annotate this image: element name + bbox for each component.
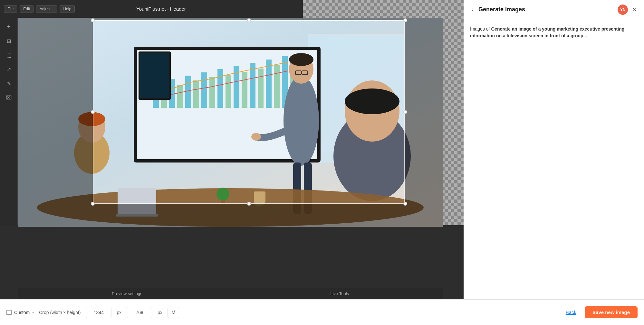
file-menu-button[interactable]: File [4, 5, 17, 13]
preview-settings-label: Preview settings [112, 291, 142, 296]
panel-back-button[interactable]: ‹ [470, 5, 475, 14]
crop-preset-checkbox[interactable] [6, 310, 12, 315]
crop-preset-text: Custom [14, 310, 30, 315]
dropdown-arrow-icon[interactable]: ▾ [32, 311, 34, 314]
right-panel-header: ‹ Generate images YN × [464, 0, 644, 19]
back-button[interactable]: Back [562, 310, 580, 315]
bottom-toolbar: Custom ▾ Crop (width x height) px px ↺ B… [0, 299, 644, 325]
width-px-label: px [117, 310, 121, 315]
crop-handle-top-left[interactable] [91, 18, 95, 22]
crop-handle-top-mid[interactable] [247, 18, 251, 22]
page-title: YouniPlus.net - Header [16, 6, 306, 12]
svg-rect-9 [177, 85, 183, 108]
crop-dimension-label: Crop (width x height) [39, 310, 81, 315]
bottom-label-area: Preview settings Live Tools [18, 288, 443, 299]
svg-rect-15 [226, 75, 231, 108]
svg-point-32 [251, 133, 261, 141]
reset-crop-button[interactable]: ↺ [168, 307, 179, 318]
svg-rect-17 [242, 72, 247, 108]
crop-handle-mid-right[interactable] [403, 110, 407, 114]
overlay-left [18, 20, 93, 204]
height-px-label: px [158, 310, 162, 315]
svg-rect-45 [254, 191, 265, 203]
overlay-bottom [18, 204, 443, 227]
layers-icon[interactable]: ⬚ [3, 49, 14, 61]
crop-preset-container: Custom ▾ [6, 310, 34, 315]
crop-width-input[interactable] [86, 307, 111, 318]
live-tools-label: Live Tools [330, 291, 349, 296]
grid-icon[interactable]: ⊞ [3, 35, 14, 47]
right-panel-body: Images of Generate an image of a young m… [464, 19, 644, 325]
edit-icon[interactable]: ✎ [3, 78, 14, 89]
svg-point-26 [284, 76, 319, 166]
panel-close-button[interactable]: × [631, 5, 638, 14]
svg-rect-20 [266, 60, 272, 108]
svg-point-47 [216, 188, 229, 200]
svg-rect-13 [209, 77, 215, 108]
add-icon[interactable]: + [3, 21, 14, 32]
save-new-image-button[interactable]: Save new image [585, 306, 638, 318]
right-panel: ‹ Generate images YN × Images of Generat… [464, 0, 644, 325]
svg-rect-11 [193, 80, 199, 108]
panel-description: Images of Generate an image of a young m… [470, 26, 638, 39]
page-title-bar: YouniPlus.net - Header [16, 0, 306, 18]
svg-rect-14 [217, 69, 223, 108]
crop-handle-bottom-right[interactable] [403, 202, 407, 206]
top-toolbar: File Edit Adjust... Help YouniPlus.net -… [0, 0, 303, 18]
crop-handle-mid-left[interactable] [91, 110, 95, 114]
panel-title: Generate images [478, 6, 618, 13]
overlay-right [405, 20, 443, 204]
left-sidebar: + ⊞ ⬚ ↗ ✎ ⌧ [0, 18, 18, 225]
reset-icon: ↺ [171, 309, 176, 315]
crop-height-input[interactable] [127, 307, 152, 318]
crop-handle-bottom-left[interactable] [91, 202, 95, 206]
move-icon[interactable]: ↗ [3, 63, 14, 75]
svg-point-40 [345, 88, 399, 114]
svg-rect-10 [185, 76, 191, 108]
svg-rect-2 [308, 34, 404, 35]
overlay-top [18, 18, 443, 20]
svg-rect-21 [274, 65, 280, 108]
svg-rect-19 [258, 69, 264, 108]
svg-point-31 [289, 53, 313, 66]
crop-handle-bottom-mid[interactable] [247, 202, 251, 206]
svg-rect-25 [140, 53, 169, 98]
crop-tool-icon[interactable]: ⌧ [3, 92, 14, 103]
svg-rect-12 [201, 72, 207, 108]
user-avatar: YN [618, 5, 628, 15]
crop-handle-top-right[interactable] [403, 18, 407, 22]
